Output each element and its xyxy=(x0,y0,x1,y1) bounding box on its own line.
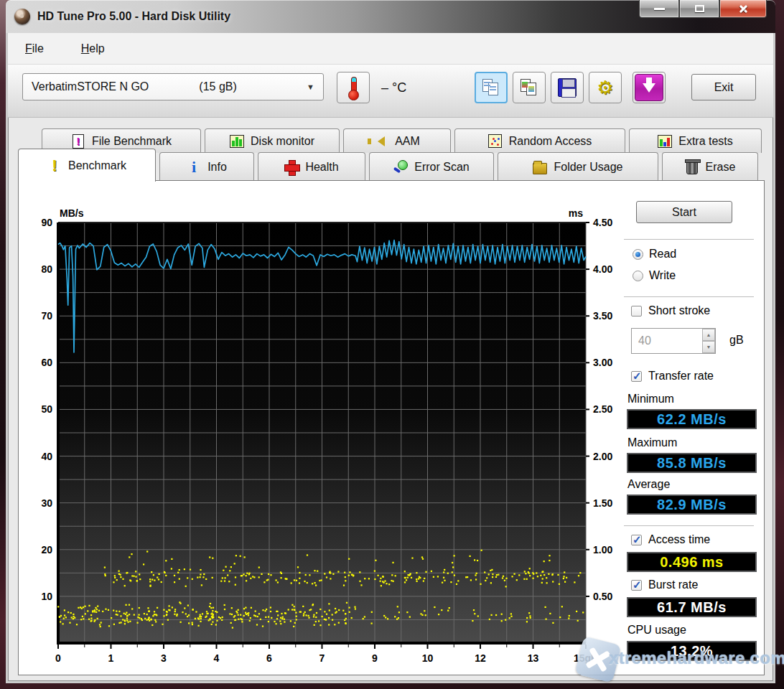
access-time-value: 0.496 ms xyxy=(627,552,757,572)
minimize-button[interactable] xyxy=(639,0,679,18)
copy-image-button[interactable] xyxy=(513,72,546,103)
drive-capacity: (15 gB) xyxy=(199,80,236,93)
folder-icon xyxy=(533,160,547,174)
copy-text-button[interactable] xyxy=(475,72,508,103)
tab-aam[interactable]: AAM xyxy=(343,128,451,153)
maximum-label: Maximum xyxy=(627,436,677,449)
disk-monitor-icon xyxy=(230,134,244,149)
trash-icon xyxy=(685,160,699,174)
menu-bar: File Help xyxy=(8,33,773,65)
app-icon xyxy=(14,9,30,24)
tab-row-primary: ! Benchmark i Info Health Error Scan xyxy=(18,152,758,182)
average-label: Average xyxy=(627,478,670,491)
random-access-icon xyxy=(488,134,503,149)
svg-text:4.00: 4.00 xyxy=(593,263,612,275)
svg-text:10: 10 xyxy=(41,591,52,602)
svg-text:1.00: 1.00 xyxy=(593,544,612,556)
menu-file[interactable]: File xyxy=(19,39,50,58)
svg-text:6: 6 xyxy=(266,652,272,664)
svg-text:3.50: 3.50 xyxy=(593,310,612,322)
magnifier-icon xyxy=(393,160,408,174)
access-time-checkbox[interactable]: Access time xyxy=(631,533,710,546)
short-stroke-size-spinner[interactable]: 40 ▲ ▼ xyxy=(631,328,716,354)
temperature-readout: – °C xyxy=(381,80,406,95)
svg-text:0.50: 0.50 xyxy=(593,591,612,602)
burst-rate-value: 61.7 MB/s xyxy=(627,597,757,617)
svg-text:60: 60 xyxy=(41,357,52,368)
tab-error-scan[interactable]: Error Scan xyxy=(369,152,494,181)
gear-icon: ⚙ xyxy=(597,78,613,97)
close-icon xyxy=(738,4,748,14)
tab-benchmark[interactable]: ! Benchmark xyxy=(18,149,156,182)
checkbox-icon xyxy=(631,580,642,591)
checkbox-icon xyxy=(631,306,642,317)
speaker-icon xyxy=(374,134,388,149)
spinner-down-button[interactable]: ▼ xyxy=(702,341,715,353)
close-button[interactable] xyxy=(719,0,767,18)
temperature-button[interactable] xyxy=(337,72,370,103)
window-body: File Help VerbatimSTORE N GO (15 gB) ▼ –… xyxy=(6,33,775,683)
extra-tests-icon xyxy=(658,134,672,149)
file-benchmark-icon: ! xyxy=(71,134,85,149)
drive-selector-dropdown[interactable]: VerbatimSTORE N GO (15 gB) ▼ xyxy=(22,73,324,100)
short-stroke-checkbox[interactable]: Short stroke xyxy=(631,304,710,317)
checkbox-icon xyxy=(631,371,642,382)
benchmark-icon: ! xyxy=(47,159,62,173)
read-radio[interactable]: Read xyxy=(633,248,676,261)
svg-text:12: 12 xyxy=(475,652,486,664)
tab-info[interactable]: i Info xyxy=(159,152,254,181)
write-radio[interactable]: Write xyxy=(633,269,676,282)
app-window: HD Tune Pro 5.00 - Hard Disk Utility Fil… xyxy=(6,0,775,683)
cpu-usage-value: 13.2% xyxy=(627,641,757,661)
tab-folder-usage[interactable]: Folder Usage xyxy=(498,152,658,181)
average-value: 82.9 MB/s xyxy=(627,495,757,515)
svg-text:30: 30 xyxy=(41,497,52,509)
options-button[interactable]: ⚙ xyxy=(589,72,622,103)
tab-extra-tests[interactable]: Extra tests xyxy=(629,128,762,153)
tab-random-access[interactable]: Random Access xyxy=(454,128,625,153)
cpu-usage-label: CPU usage xyxy=(627,624,686,637)
tab-health[interactable]: Health xyxy=(258,152,365,181)
separator xyxy=(624,296,754,297)
short-stroke-unit: gB xyxy=(729,334,744,347)
caption-buttons xyxy=(639,0,767,18)
title-bar[interactable]: HD Tune Pro 5.00 - Hard Disk Utility xyxy=(6,0,775,33)
benchmark-panel: 013467910121315gB9080706050403020104.504… xyxy=(18,180,765,675)
menu-help[interactable]: Help xyxy=(75,39,111,58)
copy-image-icon xyxy=(521,79,538,96)
tab-disk-monitor[interactable]: Disk monitor xyxy=(205,128,340,153)
svg-text:2.00: 2.00 xyxy=(593,451,612,462)
svg-text:9: 9 xyxy=(372,652,378,664)
svg-text:0: 0 xyxy=(55,652,61,664)
tab-erase[interactable]: Erase xyxy=(662,152,758,181)
svg-text:2.50: 2.50 xyxy=(593,403,612,415)
svg-text:13: 13 xyxy=(528,652,539,664)
drive-name: VerbatimSTORE N GO xyxy=(32,80,149,93)
info-icon: i xyxy=(187,160,201,174)
svg-text:1.50: 1.50 xyxy=(593,497,612,509)
separator xyxy=(624,239,754,240)
minimize-icon xyxy=(654,8,665,10)
checkbox-icon xyxy=(631,535,642,545)
save-button[interactable] xyxy=(551,72,584,103)
benchmark-chart: 013467910121315gB9080706050403020104.504… xyxy=(19,181,622,675)
svg-text:50: 50 xyxy=(41,403,52,415)
maximum-value: 85.8 MB/s xyxy=(627,453,757,473)
svg-text:90: 90 xyxy=(41,217,52,228)
svg-text:4: 4 xyxy=(214,652,220,664)
save-icon xyxy=(558,78,577,97)
chevron-down-icon: ▼ xyxy=(307,83,314,91)
burst-rate-checkbox[interactable]: Burst rate xyxy=(631,578,698,591)
maximize-icon xyxy=(695,5,704,12)
work-area: ! File Benchmark Disk monitor AAM xyxy=(11,118,770,680)
start-button[interactable]: Start xyxy=(636,201,732,223)
svg-text:10: 10 xyxy=(422,652,434,664)
spinner-up-button[interactable]: ▲ xyxy=(702,329,715,341)
maximize-button[interactable] xyxy=(679,0,719,18)
svg-text:ms: ms xyxy=(569,207,583,219)
download-button[interactable] xyxy=(633,72,666,103)
svg-text:1: 1 xyxy=(108,652,114,664)
thermometer-bulb-icon xyxy=(348,90,359,100)
transfer-rate-checkbox[interactable]: Transfer rate xyxy=(631,370,714,383)
exit-button[interactable]: Exit xyxy=(691,74,756,100)
